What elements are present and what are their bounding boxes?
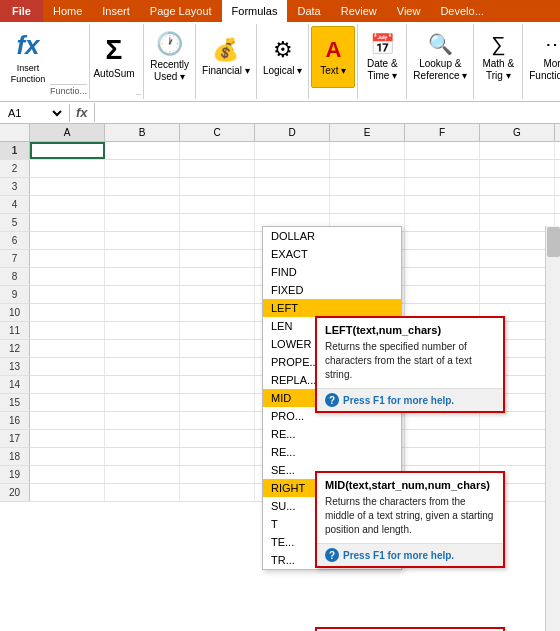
cell[interactable] [180, 304, 255, 321]
cell[interactable] [180, 394, 255, 411]
cell[interactable] [255, 160, 330, 177]
cell[interactable] [30, 286, 105, 303]
tooltip-mid-help[interactable]: ? Press F1 for more help. [317, 543, 503, 566]
cell[interactable] [105, 376, 180, 393]
cell[interactable] [30, 322, 105, 339]
cell[interactable] [30, 340, 105, 357]
more-functions-button[interactable]: ⋯ MoreFunctions ▾ [525, 26, 560, 88]
scrollbar-thumb[interactable] [547, 227, 560, 257]
cell[interactable] [405, 250, 480, 267]
cell[interactable] [480, 142, 555, 159]
cell[interactable] [405, 142, 480, 159]
financial-button[interactable]: 💰 Financial ▾ [198, 26, 254, 88]
cell[interactable] [30, 214, 105, 231]
tooltip-left-help[interactable]: ? Press F1 for more help. [317, 388, 503, 411]
cell[interactable] [30, 304, 105, 321]
lookup-button[interactable]: 🔍 Lookup &Reference ▾ [409, 26, 471, 88]
cell[interactable] [30, 448, 105, 465]
col-header-c[interactable]: C [180, 124, 255, 141]
cell[interactable] [330, 160, 405, 177]
col-header-a[interactable]: A [30, 124, 105, 141]
cell[interactable] [330, 196, 405, 213]
cell[interactable] [180, 322, 255, 339]
vertical-scrollbar[interactable] [545, 226, 560, 631]
cell[interactable] [30, 232, 105, 249]
cell[interactable] [480, 286, 555, 303]
cell[interactable] [105, 322, 180, 339]
cell[interactable] [405, 268, 480, 285]
cell[interactable] [180, 196, 255, 213]
cell[interactable] [480, 448, 555, 465]
tab-developer[interactable]: Develo... [430, 0, 493, 22]
cell[interactable] [30, 178, 105, 195]
cell[interactable] [180, 340, 255, 357]
cell[interactable] [405, 430, 480, 447]
cell[interactable] [105, 214, 180, 231]
cell[interactable] [405, 196, 480, 213]
math-button[interactable]: ∑ Math &Trig ▾ [476, 26, 520, 88]
tab-home[interactable]: Home [43, 0, 92, 22]
cell[interactable] [180, 250, 255, 267]
cell[interactable] [105, 160, 180, 177]
cell[interactable] [105, 394, 180, 411]
cell[interactable] [255, 142, 330, 159]
tab-review[interactable]: Review [331, 0, 387, 22]
recently-used-button[interactable]: 🕐 RecentlyUsed ▾ [146, 26, 193, 88]
cell[interactable] [30, 160, 105, 177]
col-header-b[interactable]: B [105, 124, 180, 141]
cell[interactable] [105, 304, 180, 321]
cell[interactable] [405, 232, 480, 249]
cell[interactable] [105, 358, 180, 375]
cell[interactable] [480, 214, 555, 231]
cell[interactable] [180, 358, 255, 375]
cell[interactable] [105, 412, 180, 429]
cell[interactable] [480, 412, 555, 429]
cell[interactable] [105, 286, 180, 303]
cell[interactable] [330, 142, 405, 159]
text-button[interactable]: A Text ▾ [311, 26, 355, 88]
col-header-e[interactable]: E [330, 124, 405, 141]
cell[interactable] [105, 142, 180, 159]
cell[interactable] [180, 466, 255, 483]
cell[interactable] [30, 412, 105, 429]
cell[interactable] [30, 358, 105, 375]
menu-item-exact[interactable]: EXACT [263, 245, 401, 263]
col-header-g[interactable]: G [480, 124, 555, 141]
cell[interactable] [180, 178, 255, 195]
tab-insert[interactable]: Insert [92, 0, 140, 22]
cell[interactable] [180, 448, 255, 465]
cell[interactable] [480, 268, 555, 285]
cell[interactable] [180, 286, 255, 303]
cell[interactable] [405, 178, 480, 195]
cell[interactable] [30, 250, 105, 267]
cell[interactable] [105, 466, 180, 483]
date-time-button[interactable]: 📅 Date &Time ▾ [360, 26, 404, 88]
cell[interactable] [30, 268, 105, 285]
cell[interactable] [405, 286, 480, 303]
cell-reference-select[interactable]: A1 [4, 106, 65, 120]
menu-item-find[interactable]: FIND [263, 263, 401, 281]
cell[interactable] [30, 196, 105, 213]
tab-file[interactable]: File [0, 0, 43, 22]
cell[interactable] [180, 160, 255, 177]
cell[interactable] [180, 232, 255, 249]
cell[interactable] [255, 196, 330, 213]
insert-function-button[interactable]: fx InsertFunction [6, 26, 50, 88]
cell[interactable] [30, 394, 105, 411]
tab-data[interactable]: Data [287, 0, 330, 22]
menu-item-re2[interactable]: RE... [263, 443, 401, 461]
col-header-d[interactable]: D [255, 124, 330, 141]
cell[interactable] [105, 196, 180, 213]
autosum-button[interactable]: Σ AutoSum [92, 26, 136, 88]
cell[interactable] [105, 268, 180, 285]
cell[interactable] [480, 196, 555, 213]
formula-input[interactable] [95, 105, 560, 121]
cell[interactable] [105, 178, 180, 195]
cell[interactable] [30, 466, 105, 483]
col-header-f[interactable]: F [405, 124, 480, 141]
cell[interactable] [105, 430, 180, 447]
cell[interactable] [405, 412, 480, 429]
cell[interactable] [180, 412, 255, 429]
menu-item-fixed[interactable]: FIXED [263, 281, 401, 299]
cell[interactable] [105, 340, 180, 357]
